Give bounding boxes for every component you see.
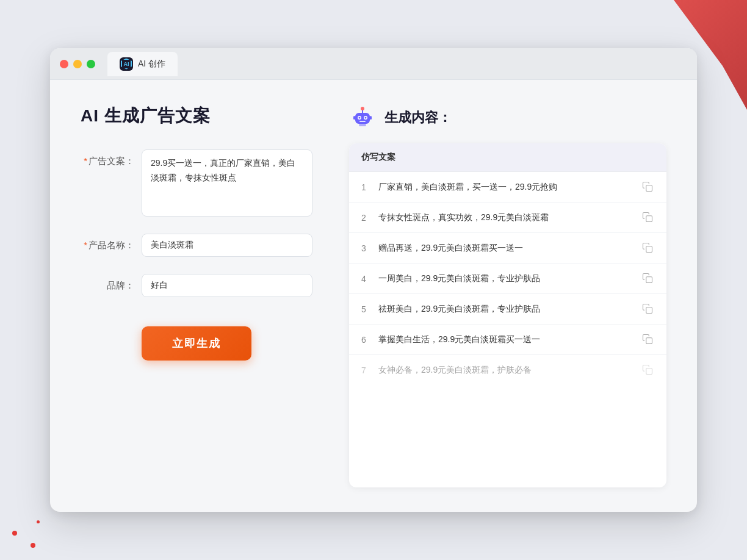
result-text: 祛斑美白，29.9元美白淡斑霜，专业护肤品 (378, 303, 642, 315)
svg-rect-12 (646, 215, 652, 221)
minimize-button[interactable] (73, 60, 82, 68)
result-number: 3 (361, 243, 378, 253)
brand-label: 品牌： (81, 274, 142, 292)
copy-icon[interactable] (642, 212, 654, 224)
active-tab[interactable]: AI AI 创作 (107, 52, 178, 76)
right-title: 生成内容： (384, 109, 452, 127)
svg-rect-11 (646, 185, 652, 191)
result-number: 1 (361, 182, 378, 192)
tab-icon: AI (120, 57, 133, 71)
robot-icon (349, 104, 376, 131)
result-text: 赠品再送，29.9元美白淡斑霜买一送一 (378, 242, 642, 254)
copy-icon[interactable] (642, 303, 654, 315)
result-item: 4一周美白，29.9元美白淡斑霜，专业护肤品 (349, 264, 666, 294)
ad-copy-label: *广告文案： (81, 149, 142, 167)
result-number: 4 (361, 274, 378, 284)
svg-rect-17 (646, 368, 652, 374)
svg-point-4 (365, 117, 367, 119)
svg-rect-15 (646, 307, 652, 313)
close-button[interactable] (60, 60, 68, 68)
main-content: AI 生成广告文案 *广告文案： 29.9买一送一，真正的厂家直销，美白淡斑霜，… (50, 80, 697, 512)
result-number: 2 (361, 213, 378, 223)
svg-rect-10 (359, 124, 366, 126)
result-item: 5祛斑美白，29.9元美白淡斑霜，专业护肤品 (349, 294, 666, 325)
svg-rect-16 (646, 337, 652, 343)
svg-point-3 (359, 117, 361, 119)
svg-rect-14 (646, 276, 652, 282)
results-header: 仿写文案 (349, 143, 666, 172)
result-text: 专抹女性斑点，真实功效，29.9元美白淡斑霜 (378, 211, 642, 224)
page-title: AI 生成广告文案 (81, 104, 312, 127)
product-name-label: *产品名称： (81, 234, 142, 251)
svg-rect-13 (646, 246, 652, 252)
results-list: 1厂家直销，美白淡斑霜，买一送一，29.9元抢购2专抹女性斑点，真实功效，29.… (349, 172, 666, 385)
title-bar: AI AI 创作 (50, 48, 697, 80)
brand-group: 品牌： 好白 (81, 274, 312, 297)
svg-rect-9 (370, 116, 372, 120)
copy-icon[interactable] (642, 334, 654, 346)
tab-label: AI 创作 (138, 59, 165, 70)
product-name-input[interactable]: 美白淡斑霜 (142, 234, 312, 257)
result-number: 7 (361, 365, 378, 375)
right-header: 生成内容： (349, 104, 666, 131)
generate-button[interactable]: 立即生成 (142, 326, 251, 361)
bg-decoration-bottom-left (0, 511, 73, 560)
copy-icon[interactable] (642, 181, 654, 193)
browser-window: AI AI 创作 AI 生成广告文案 *广告文案： 29.9买一送一，真正的厂家… (50, 48, 697, 512)
copy-icon[interactable] (642, 273, 654, 285)
result-item: 7女神必备，29.9元美白淡斑霜，护肤必备 (349, 355, 666, 385)
copy-icon[interactable] (642, 364, 654, 376)
brand-input[interactable]: 好白 (142, 274, 312, 297)
result-text: 厂家直销，美白淡斑霜，买一送一，29.9元抢购 (378, 181, 642, 193)
svg-point-6 (361, 107, 364, 110)
result-item: 6掌握美白生活，29.9元美白淡斑霜买一送一 (349, 325, 666, 355)
result-item: 3赠品再送，29.9元美白淡斑霜买一送一 (349, 233, 666, 264)
window-controls (60, 60, 95, 68)
product-name-group: *产品名称： 美白淡斑霜 (81, 234, 312, 257)
result-text: 掌握美白生活，29.9元美白淡斑霜买一送一 (378, 333, 642, 346)
svg-rect-0 (355, 113, 370, 124)
result-item: 1厂家直销，美白淡斑霜，买一送一，29.9元抢购 (349, 172, 666, 203)
ad-copy-input[interactable]: 29.9买一送一，真正的厂家直销，美白淡斑霜，专抹女性斑点 (142, 149, 312, 217)
ad-copy-group: *广告文案： 29.9买一送一，真正的厂家直销，美白淡斑霜，专抹女性斑点 (81, 149, 312, 217)
svg-rect-8 (353, 116, 355, 120)
right-panel: 生成内容： 仿写文案 1厂家直销，美白淡斑霜，买一送一，29.9元抢购2专抹女性… (349, 104, 666, 487)
results-container: 仿写文案 1厂家直销，美白淡斑霜，买一送一，29.9元抢购2专抹女性斑点，真实功… (349, 143, 666, 487)
result-number: 6 (361, 335, 378, 345)
result-item: 2专抹女性斑点，真实功效，29.9元美白淡斑霜 (349, 203, 666, 233)
left-panel: AI 生成广告文案 *广告文案： 29.9买一送一，真正的厂家直销，美白淡斑霜，… (81, 104, 312, 487)
result-number: 5 (361, 304, 378, 314)
maximize-button[interactable] (87, 60, 95, 68)
required-star-ad: * (84, 156, 87, 166)
result-text: 女神必备，29.9元美白淡斑霜，护肤必备 (378, 364, 642, 376)
result-text: 一周美白，29.9元美白淡斑霜，专业护肤品 (378, 272, 642, 285)
required-star-product: * (84, 240, 87, 250)
svg-rect-7 (359, 121, 366, 122)
copy-icon[interactable] (642, 242, 654, 254)
